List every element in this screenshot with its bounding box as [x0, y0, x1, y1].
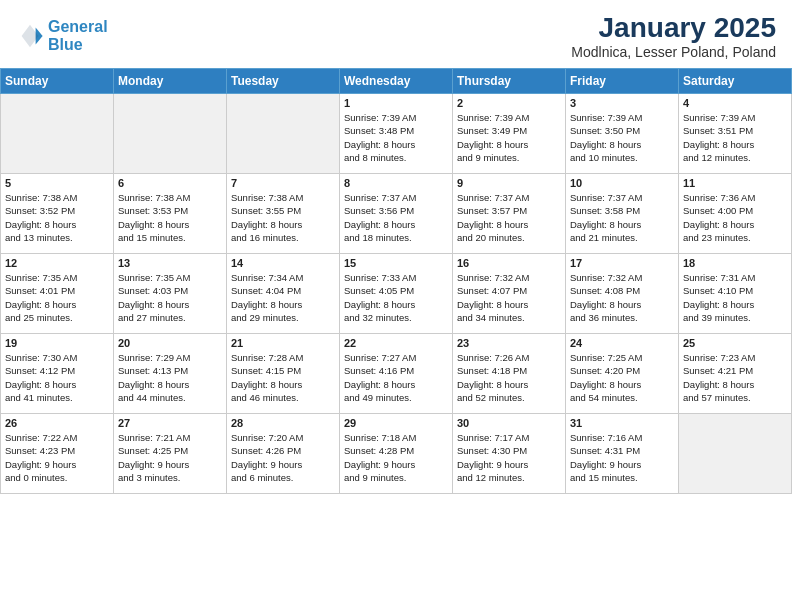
calendar-cell: 2Sunrise: 7:39 AM Sunset: 3:49 PM Daylig…	[453, 94, 566, 174]
calendar-cell: 15Sunrise: 7:33 AM Sunset: 4:05 PM Dayli…	[340, 254, 453, 334]
day-number: 4	[683, 97, 787, 109]
day-number: 8	[344, 177, 448, 189]
calendar-cell: 28Sunrise: 7:20 AM Sunset: 4:26 PM Dayli…	[227, 414, 340, 494]
day-info: Sunrise: 7:35 AM Sunset: 4:01 PM Dayligh…	[5, 271, 109, 324]
logo: General Blue	[16, 18, 108, 53]
day-info: Sunrise: 7:37 AM Sunset: 3:56 PM Dayligh…	[344, 191, 448, 244]
calendar-cell: 24Sunrise: 7:25 AM Sunset: 4:20 PM Dayli…	[566, 334, 679, 414]
day-number: 13	[118, 257, 222, 269]
calendar-title: January 2025	[571, 12, 776, 44]
calendar-cell: 31Sunrise: 7:16 AM Sunset: 4:31 PM Dayli…	[566, 414, 679, 494]
weekday-header-sunday: Sunday	[1, 69, 114, 94]
day-info: Sunrise: 7:26 AM Sunset: 4:18 PM Dayligh…	[457, 351, 561, 404]
calendar-cell	[1, 94, 114, 174]
calendar-cell: 4Sunrise: 7:39 AM Sunset: 3:51 PM Daylig…	[679, 94, 792, 174]
calendar-cell: 23Sunrise: 7:26 AM Sunset: 4:18 PM Dayli…	[453, 334, 566, 414]
day-number: 17	[570, 257, 674, 269]
day-number: 5	[5, 177, 109, 189]
day-info: Sunrise: 7:39 AM Sunset: 3:51 PM Dayligh…	[683, 111, 787, 164]
day-info: Sunrise: 7:31 AM Sunset: 4:10 PM Dayligh…	[683, 271, 787, 324]
weekday-header-friday: Friday	[566, 69, 679, 94]
day-number: 20	[118, 337, 222, 349]
day-info: Sunrise: 7:38 AM Sunset: 3:55 PM Dayligh…	[231, 191, 335, 244]
day-number: 23	[457, 337, 561, 349]
calendar-week-5: 26Sunrise: 7:22 AM Sunset: 4:23 PM Dayli…	[1, 414, 792, 494]
calendar-cell: 8Sunrise: 7:37 AM Sunset: 3:56 PM Daylig…	[340, 174, 453, 254]
day-info: Sunrise: 7:25 AM Sunset: 4:20 PM Dayligh…	[570, 351, 674, 404]
day-number: 22	[344, 337, 448, 349]
day-number: 24	[570, 337, 674, 349]
calendar-cell: 30Sunrise: 7:17 AM Sunset: 4:30 PM Dayli…	[453, 414, 566, 494]
calendar-cell	[227, 94, 340, 174]
calendar-cell: 9Sunrise: 7:37 AM Sunset: 3:57 PM Daylig…	[453, 174, 566, 254]
calendar-week-4: 19Sunrise: 7:30 AM Sunset: 4:12 PM Dayli…	[1, 334, 792, 414]
day-number: 31	[570, 417, 674, 429]
day-info: Sunrise: 7:32 AM Sunset: 4:08 PM Dayligh…	[570, 271, 674, 324]
day-info: Sunrise: 7:37 AM Sunset: 3:58 PM Dayligh…	[570, 191, 674, 244]
weekday-header-row: SundayMondayTuesdayWednesdayThursdayFrid…	[1, 69, 792, 94]
day-number: 9	[457, 177, 561, 189]
day-number: 6	[118, 177, 222, 189]
calendar-cell	[679, 414, 792, 494]
weekday-header-tuesday: Tuesday	[227, 69, 340, 94]
day-info: Sunrise: 7:23 AM Sunset: 4:21 PM Dayligh…	[683, 351, 787, 404]
calendar-cell: 18Sunrise: 7:31 AM Sunset: 4:10 PM Dayli…	[679, 254, 792, 334]
day-info: Sunrise: 7:34 AM Sunset: 4:04 PM Dayligh…	[231, 271, 335, 324]
calendar-cell: 20Sunrise: 7:29 AM Sunset: 4:13 PM Dayli…	[114, 334, 227, 414]
day-info: Sunrise: 7:37 AM Sunset: 3:57 PM Dayligh…	[457, 191, 561, 244]
calendar-week-1: 1Sunrise: 7:39 AM Sunset: 3:48 PM Daylig…	[1, 94, 792, 174]
day-number: 26	[5, 417, 109, 429]
calendar-cell: 16Sunrise: 7:32 AM Sunset: 4:07 PM Dayli…	[453, 254, 566, 334]
day-number: 29	[344, 417, 448, 429]
day-info: Sunrise: 7:35 AM Sunset: 4:03 PM Dayligh…	[118, 271, 222, 324]
day-info: Sunrise: 7:18 AM Sunset: 4:28 PM Dayligh…	[344, 431, 448, 484]
weekday-header-wednesday: Wednesday	[340, 69, 453, 94]
day-info: Sunrise: 7:20 AM Sunset: 4:26 PM Dayligh…	[231, 431, 335, 484]
weekday-header-monday: Monday	[114, 69, 227, 94]
weekday-header-thursday: Thursday	[453, 69, 566, 94]
day-info: Sunrise: 7:28 AM Sunset: 4:15 PM Dayligh…	[231, 351, 335, 404]
title-block: January 2025 Modlnica, Lesser Poland, Po…	[571, 12, 776, 60]
day-info: Sunrise: 7:39 AM Sunset: 3:48 PM Dayligh…	[344, 111, 448, 164]
calendar-cell: 13Sunrise: 7:35 AM Sunset: 4:03 PM Dayli…	[114, 254, 227, 334]
day-info: Sunrise: 7:30 AM Sunset: 4:12 PM Dayligh…	[5, 351, 109, 404]
calendar-cell: 22Sunrise: 7:27 AM Sunset: 4:16 PM Dayli…	[340, 334, 453, 414]
page-container: General Blue January 2025 Modlnica, Less…	[0, 0, 792, 494]
day-info: Sunrise: 7:39 AM Sunset: 3:49 PM Dayligh…	[457, 111, 561, 164]
calendar-cell: 7Sunrise: 7:38 AM Sunset: 3:55 PM Daylig…	[227, 174, 340, 254]
day-number: 16	[457, 257, 561, 269]
day-info: Sunrise: 7:22 AM Sunset: 4:23 PM Dayligh…	[5, 431, 109, 484]
day-info: Sunrise: 7:39 AM Sunset: 3:50 PM Dayligh…	[570, 111, 674, 164]
day-info: Sunrise: 7:32 AM Sunset: 4:07 PM Dayligh…	[457, 271, 561, 324]
logo-text: General Blue	[48, 18, 108, 53]
day-number: 10	[570, 177, 674, 189]
day-info: Sunrise: 7:33 AM Sunset: 4:05 PM Dayligh…	[344, 271, 448, 324]
calendar-cell: 11Sunrise: 7:36 AM Sunset: 4:00 PM Dayli…	[679, 174, 792, 254]
day-info: Sunrise: 7:21 AM Sunset: 4:25 PM Dayligh…	[118, 431, 222, 484]
day-info: Sunrise: 7:16 AM Sunset: 4:31 PM Dayligh…	[570, 431, 674, 484]
calendar-cell: 1Sunrise: 7:39 AM Sunset: 3:48 PM Daylig…	[340, 94, 453, 174]
day-number: 1	[344, 97, 448, 109]
day-number: 27	[118, 417, 222, 429]
day-info: Sunrise: 7:38 AM Sunset: 3:53 PM Dayligh…	[118, 191, 222, 244]
calendar-cell: 25Sunrise: 7:23 AM Sunset: 4:21 PM Dayli…	[679, 334, 792, 414]
calendar-subtitle: Modlnica, Lesser Poland, Poland	[571, 44, 776, 60]
day-number: 28	[231, 417, 335, 429]
calendar-cell: 6Sunrise: 7:38 AM Sunset: 3:53 PM Daylig…	[114, 174, 227, 254]
logo-blue: Blue	[48, 36, 83, 53]
day-number: 18	[683, 257, 787, 269]
day-number: 3	[570, 97, 674, 109]
logo-general: General	[48, 18, 108, 35]
day-info: Sunrise: 7:29 AM Sunset: 4:13 PM Dayligh…	[118, 351, 222, 404]
day-number: 15	[344, 257, 448, 269]
calendar-cell: 10Sunrise: 7:37 AM Sunset: 3:58 PM Dayli…	[566, 174, 679, 254]
day-number: 12	[5, 257, 109, 269]
day-number: 30	[457, 417, 561, 429]
calendar-cell: 26Sunrise: 7:22 AM Sunset: 4:23 PM Dayli…	[1, 414, 114, 494]
day-number: 2	[457, 97, 561, 109]
calendar-cell: 29Sunrise: 7:18 AM Sunset: 4:28 PM Dayli…	[340, 414, 453, 494]
weekday-header-saturday: Saturday	[679, 69, 792, 94]
calendar-week-3: 12Sunrise: 7:35 AM Sunset: 4:01 PM Dayli…	[1, 254, 792, 334]
logo-icon	[16, 22, 44, 50]
calendar-week-2: 5Sunrise: 7:38 AM Sunset: 3:52 PM Daylig…	[1, 174, 792, 254]
